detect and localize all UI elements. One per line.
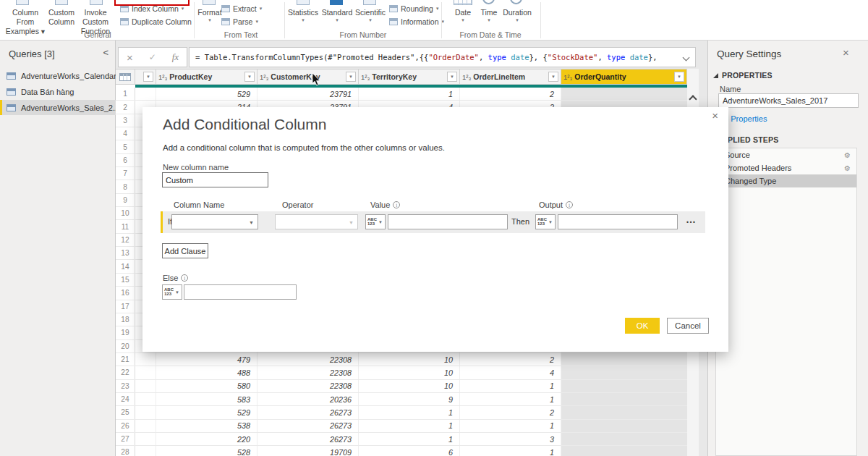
row-number-cell[interactable]: 24: [116, 393, 135, 405]
orderlineitem-cell[interactable]: 2: [460, 406, 561, 418]
gear-icon[interactable]: ⚙: [844, 151, 851, 159]
collapse-triangle-icon[interactable]: [713, 73, 718, 78]
territorykey-cell[interactable]: 10: [359, 353, 460, 366]
territorykey-cell[interactable]: 1: [359, 433, 460, 445]
column-name-dropdown[interactable]: ▼: [171, 214, 258, 229]
duplicate-column-button[interactable]: Duplicate Column: [120, 16, 192, 27]
filter-arrow-icon[interactable]: ▼: [244, 72, 255, 82]
filter-arrow-icon[interactable]: ▼: [674, 72, 684, 82]
customerkey-cell[interactable]: 23791: [258, 88, 359, 100]
partial-column-cell[interactable]: [135, 380, 156, 392]
orderlineitem-cell[interactable]: 2: [460, 353, 561, 366]
column-header-customerkey[interactable]: 1²₃ CustomerKey ▼: [258, 69, 359, 85]
orderquantity-cell[interactable]: [561, 406, 687, 418]
information-button[interactable]: Information▾: [389, 16, 444, 27]
orderquantity-cell[interactable]: [561, 353, 687, 366]
row-number-cell[interactable]: 10: [116, 207, 135, 219]
scientific-button[interactable]: Scientific▾: [354, 8, 386, 22]
row-number-cell[interactable]: 4: [116, 127, 135, 140]
productkey-cell[interactable]: 220: [156, 433, 258, 445]
add-clause-button[interactable]: Add Clause: [162, 243, 208, 258]
productkey-cell[interactable]: 583: [156, 393, 258, 405]
row-number-cell[interactable]: 11: [116, 220, 135, 232]
date-button[interactable]: Date▾: [451, 8, 475, 22]
row-number-cell[interactable]: 22: [116, 366, 135, 379]
column-header-territorykey[interactable]: 1²₃ TerritoryKey ▼: [359, 69, 460, 85]
row-more-options-icon[interactable]: …: [686, 214, 697, 225]
row-number-cell[interactable]: 27: [116, 433, 135, 445]
close-panel-icon[interactable]: ×: [843, 46, 849, 59]
collapse-pane-icon[interactable]: <: [103, 47, 109, 58]
output-input[interactable]: [558, 214, 678, 229]
value-type-selector[interactable]: ABC123 ▼: [365, 214, 386, 229]
time-button[interactable]: Time▾: [477, 8, 501, 22]
customerkey-cell[interactable]: 26273: [258, 420, 359, 432]
productkey-cell[interactable]: 580: [156, 380, 258, 392]
partial-column-cell[interactable]: [135, 433, 156, 445]
rounding-button[interactable]: Rounding▾: [389, 3, 438, 14]
orderlineitem-cell[interactable]: 1: [460, 393, 561, 405]
else-type-selector[interactable]: ABC123 ▼: [162, 284, 182, 300]
query-item-calendar[interactable]: AdventureWorks_Calendar: [0, 68, 116, 83]
orderquantity-cell[interactable]: [561, 366, 687, 379]
scroll-up-icon[interactable]: [689, 95, 697, 103]
column-header-orderquantity-selected[interactable]: 1²₃ OrderQuantity ▼: [561, 69, 687, 85]
orderlineitem-cell[interactable]: 1: [460, 446, 561, 456]
parse-button[interactable]: Parse▾: [221, 16, 258, 27]
row-number-cell[interactable]: 21: [116, 353, 135, 366]
filter-arrow-icon[interactable]: ▼: [447, 72, 457, 82]
customerkey-cell[interactable]: 22308: [258, 380, 359, 392]
close-dialog-icon[interactable]: ×: [712, 109, 718, 122]
row-number-cell[interactable]: 19: [116, 326, 135, 339]
row-number-cell[interactable]: 15: [116, 274, 135, 286]
row-number-cell[interactable]: 1: [116, 88, 135, 100]
orderquantity-cell[interactable]: [561, 393, 687, 405]
step-changed-type[interactable]: Changed Type: [716, 174, 856, 187]
territorykey-cell[interactable]: 9: [359, 393, 460, 405]
conditional-column-highlight[interactable]: [114, 0, 190, 6]
partial-column-cell[interactable]: [135, 406, 156, 418]
row-number-cell[interactable]: 12: [116, 234, 135, 246]
extract-button[interactable]: Extract▾: [221, 3, 262, 14]
step-source[interactable]: Source ⚙: [716, 148, 856, 161]
territorykey-cell[interactable]: 10: [359, 366, 460, 379]
row-number-cell[interactable]: 26: [116, 420, 135, 432]
partial-column-cell[interactable]: [135, 446, 156, 456]
formula-bar-input[interactable]: = Table.TransformColumnTypes(#"Promoted …: [189, 47, 696, 67]
orderquantity-cell[interactable]: [561, 446, 687, 456]
query-item-sales-2017[interactable]: AdventureWorks_Sales_2...: [0, 100, 116, 115]
orderquantity-cell[interactable]: [561, 420, 687, 432]
filter-arrow-icon[interactable]: ▼: [346, 72, 356, 82]
territorykey-cell[interactable]: 1: [359, 406, 460, 418]
row-number-cell[interactable]: 6: [116, 154, 135, 166]
orderlineitem-cell[interactable]: 1: [460, 420, 561, 432]
value-input[interactable]: [388, 214, 508, 229]
cancel-button[interactable]: Cancel: [667, 318, 709, 334]
row-number-cell[interactable]: 25: [116, 406, 135, 418]
new-column-name-input[interactable]: [162, 172, 268, 187]
customerkey-cell[interactable]: 26273: [258, 433, 359, 445]
productkey-cell[interactable]: 529: [156, 88, 258, 100]
row-number-cell[interactable]: 13: [116, 247, 135, 259]
row-number-cell[interactable]: 2: [116, 101, 135, 113]
filter-arrow-icon[interactable]: ▼: [548, 72, 558, 82]
commit-formula-icon[interactable]: ✓: [149, 52, 156, 62]
partial-column-cell[interactable]: [135, 88, 156, 100]
query-item-data-ban-hang[interactable]: Data Bán hàng: [0, 84, 116, 99]
row-number-cell[interactable]: 17: [116, 300, 135, 313]
productkey-cell[interactable]: 529: [156, 406, 258, 418]
ok-button[interactable]: OK: [625, 318, 660, 334]
customerkey-cell[interactable]: 19709: [258, 446, 359, 456]
row-number-cell[interactable]: 5: [116, 140, 135, 153]
select-all-header[interactable]: [116, 69, 135, 85]
productkey-cell[interactable]: 528: [156, 446, 258, 456]
gear-icon[interactable]: ⚙: [844, 164, 851, 172]
row-number-cell[interactable]: 18: [116, 313, 135, 326]
row-number-cell[interactable]: 8: [116, 180, 135, 193]
row-number-cell[interactable]: 20: [116, 340, 135, 352]
row-number-cell[interactable]: 9: [116, 194, 135, 206]
expand-formula-bar-icon[interactable]: [683, 54, 690, 62]
orderlineitem-cell[interactable]: 3: [460, 433, 561, 445]
column-from-examples-button[interactable]: Column FromExamples ▾: [3, 8, 48, 36]
orderlineitem-cell[interactable]: 2: [460, 88, 561, 100]
